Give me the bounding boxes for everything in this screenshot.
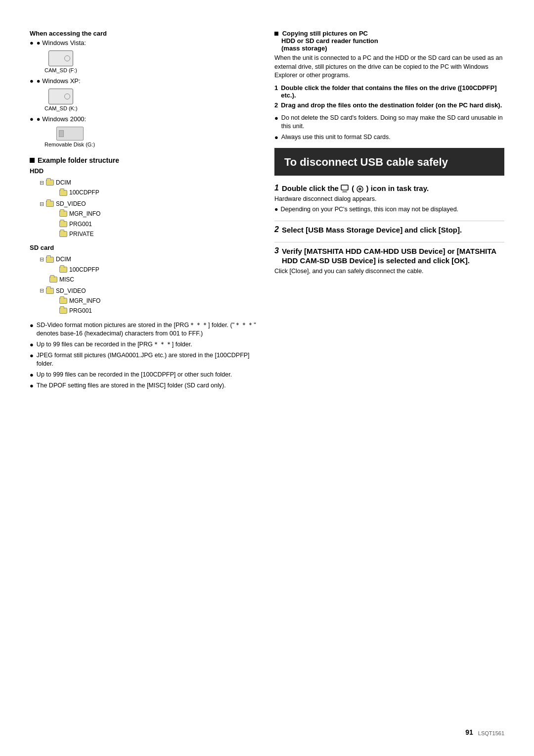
hdd-100cdpfp-row: 100CDPFP	[59, 188, 260, 197]
windows-xp-label: ● Windows XP:	[37, 77, 81, 85]
example-folder-header: Example folder structure	[30, 156, 260, 164]
sd-misc-label: MISC	[59, 275, 74, 284]
removable-shape	[56, 127, 84, 141]
folder-icon-100cdpfp	[59, 190, 67, 196]
right-bullet-1-text: Do not delete the SD card's folders. Doi…	[281, 114, 504, 131]
hdd-sdvideo-label: SD_VIDEO	[56, 199, 86, 209]
copy-step1-text: Double click the folder that contains th…	[281, 84, 504, 99]
hdd-100cdpfp-label: 100CDPFP	[69, 188, 99, 197]
square-icon-copying	[274, 32, 278, 36]
folder-icon-misc	[49, 277, 57, 283]
svg-rect-0	[341, 185, 348, 190]
section-square-icon	[30, 158, 35, 163]
win2000-drive-icon: Removable Disk (G:)	[44, 127, 95, 147]
task-tray-icon	[356, 185, 364, 193]
page-footer: 91 LSQT1561	[30, 723, 504, 736]
hdd-shape-xp	[48, 89, 73, 104]
copying-header: Copying still pictures on PC HDD or SD c…	[274, 30, 504, 52]
folder-icon-sd-dcim	[46, 257, 54, 263]
sd-misc-row: MISC	[49, 275, 260, 284]
copying-header-text: Copying still pictures on PC	[282, 30, 368, 37]
disconnect-usb-box: To disconnect USB cable safely	[274, 148, 504, 176]
windows-xp-bullet: ● ● Windows XP:	[30, 77, 260, 85]
windows-2000-label: ● Windows 2000:	[37, 115, 86, 123]
svg-rect-2	[342, 191, 347, 192]
page: When accessing the card ● ● Windows Vist…	[0, 0, 534, 756]
disconnect-step1: 1 Double click the (	[274, 184, 504, 214]
left-bullet-3-text: JPEG format still pictures (IMGA0001.JPG…	[37, 351, 260, 369]
step3-title-row: 3 Verify [MATSHITA HDD CAM-HDD USB Devic…	[274, 246, 504, 266]
step1-title-text: Double click the ( ) icon	[282, 184, 429, 193]
vista-drive-container: CAM_SD (F:)	[44, 50, 260, 73]
step1-desc: Hardware disconnect dialog appears.	[274, 195, 504, 204]
copy-step1-num: 1	[274, 84, 278, 99]
xp-drive-label: CAM_SD (K:)	[44, 105, 78, 111]
folder-icon-sdvideo	[46, 201, 54, 207]
expand-icon-sd-dcim: ⊟	[40, 255, 44, 264]
hdd-mgrinfo-label: MGR_INFO	[69, 209, 100, 219]
right-bullet-1: ● Do not delete the SD card's folders. D…	[274, 114, 504, 131]
hdd-folder-tree: ⊟ DCIM 100CDPFP ⊟ SD_VIDEO MGR_INFO	[40, 178, 260, 239]
step2-title-text: Select [USB Mass Storage Device] and cli…	[282, 225, 462, 235]
xp-drive-icon: CAM_SD (K:)	[44, 89, 78, 111]
hdd-dcim-row: ⊟ DCIM	[40, 178, 260, 188]
folder-icon-sd-sdvideo	[46, 288, 54, 294]
folder-icon-sd-mgrinfo	[59, 298, 67, 304]
hdd-sdvideo-row: ⊟ SD_VIDEO	[40, 199, 260, 209]
folder-icon-mgrinfo	[59, 211, 67, 217]
step2-title-row: 2 Select [USB Mass Storage Device] and c…	[274, 225, 504, 235]
win2000-drive-container: Removable Disk (G:)	[44, 127, 260, 147]
computer-icon	[341, 185, 350, 193]
right-bullet-2: ● Always use this unit to format SD card…	[274, 133, 504, 142]
vista-drive-icon: CAM_SD (F:)	[44, 50, 77, 73]
vista-drive-label: CAM_SD (F:)	[44, 67, 77, 73]
bullet-dot: ●	[30, 39, 34, 47]
folder-icon-dcim	[46, 180, 54, 186]
divider-1	[274, 221, 504, 221]
step1-title-row: 1 Double click the (	[274, 184, 504, 193]
copy-step2-num: 2	[274, 101, 278, 109]
left-bullet-list: ● SD-Video format motion pictures are st…	[30, 321, 260, 391]
two-column-layout: When accessing the card ● ● Windows Vist…	[30, 30, 504, 709]
windows-vista-bullet: ● ● Windows Vista:	[30, 39, 260, 47]
step3-title-text: Verify [MATSHITA HDD CAM-HDD USB Device]…	[282, 246, 504, 266]
windows-vista-label: ● Windows Vista:	[37, 39, 86, 47]
hdd-label: HDD	[30, 167, 260, 175]
left-bullet-3: ● JPEG format still pictures (IMGA0001.J…	[30, 351, 260, 369]
step1-bullet-dot: ●	[274, 205, 278, 214]
copying-mass-storage: (mass storage)	[281, 45, 327, 52]
folder-icon-prg001	[59, 221, 67, 227]
step1-bullet-text: Depending on your PC's settings, this ic…	[281, 205, 459, 214]
sd-prg001-row: PRG001	[59, 306, 260, 316]
step1-bullet: ● Depending on your PC's settings, this …	[274, 205, 504, 214]
copy-step2-text: Drag and drop the files onto the destina…	[281, 101, 502, 109]
sd-dcim-row: ⊟ DCIM	[40, 254, 260, 264]
copy-step1: 1 Double click the folder that contains …	[274, 84, 504, 99]
win2000-drive-label: Removable Disk (G:)	[44, 142, 95, 147]
left-bullet-5-text: The DPOF setting files are stored in the…	[37, 381, 226, 390]
sd-100cdpfp-label: 100CDPFP	[69, 265, 99, 275]
bullet-dot-2000: ●	[30, 115, 34, 123]
sd-mgrinfo-row: MGR_INFO	[59, 296, 260, 306]
hdd-dcim-label: DCIM	[56, 178, 71, 188]
sd-dcim-label: DCIM	[56, 254, 71, 264]
expand-icon-sdvideo: ⊟	[40, 199, 44, 209]
left-bullet-4-text: Up to 999 files can be recorded in the […	[37, 371, 232, 379]
page-number: 91	[465, 728, 473, 736]
accessing-card-label: When accessing the card	[30, 30, 260, 37]
hdd-mgrinfo-row: MGR_INFO	[59, 209, 260, 219]
expand-icon-sd-sdvideo: ⊟	[40, 286, 44, 295]
copying-section: Copying still pictures on PC HDD or SD c…	[274, 30, 504, 142]
example-folder-label: Example folder structure	[38, 156, 119, 164]
hdd-shape-vista	[48, 50, 73, 66]
sd-mgrinfo-label: MGR_INFO	[69, 296, 100, 306]
windows-2000-bullet: ● ● Windows 2000:	[30, 115, 260, 123]
step2-number: 2	[274, 225, 279, 234]
folder-icon-sd-prg001	[59, 308, 67, 314]
folder-icon-private	[59, 231, 67, 237]
disconnect-step2: 2 Select [USB Mass Storage Device] and c…	[274, 225, 504, 235]
sd-sdvideo-row: ⊟ SD_VIDEO	[40, 286, 260, 296]
copying-desc: When the unit is connected to a PC and t…	[274, 54, 504, 80]
left-bullet-5: ● The DPOF setting files are stored in t…	[30, 381, 260, 390]
left-bullet-1-text: SD-Video format motion pictures are stor…	[37, 321, 260, 338]
